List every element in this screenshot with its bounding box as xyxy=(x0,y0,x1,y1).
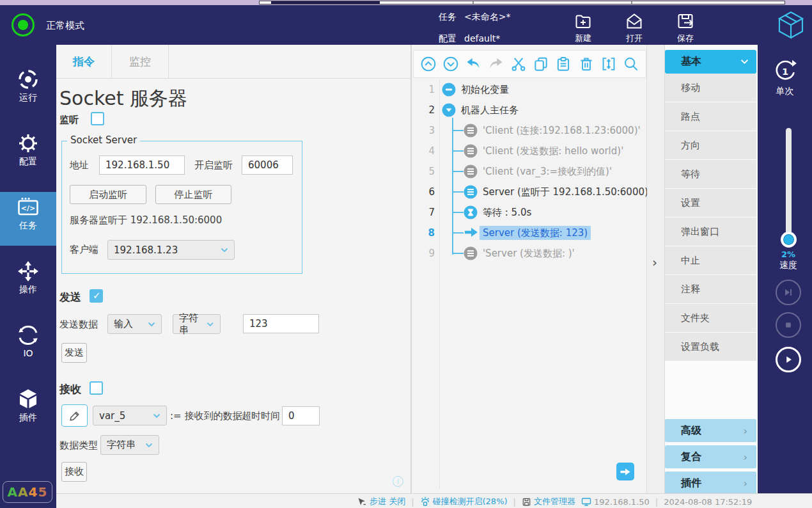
start-listen-button[interactable]: 启动监听 xyxy=(70,185,146,204)
move-up-icon[interactable] xyxy=(420,56,437,72)
copy-icon[interactable] xyxy=(533,56,549,72)
tab-monitor[interactable]: 监控 xyxy=(112,45,169,79)
minus-node-icon xyxy=(442,83,456,97)
tree-row[interactable]: 6Server (监听于 192.168.1.50:6000) xyxy=(412,182,648,202)
listen-checkbox[interactable] xyxy=(91,112,104,125)
line-number: 2 xyxy=(412,100,435,120)
arrow-node-icon xyxy=(464,226,478,240)
collision-status[interactable]: 碰撞检测开启(28%) xyxy=(420,496,508,507)
delete-icon[interactable] xyxy=(578,56,595,72)
save-task-icon xyxy=(665,12,706,31)
send-value-input[interactable] xyxy=(243,314,319,333)
palette-item[interactable]: 移动 xyxy=(665,74,756,102)
palette-item[interactable]: 弹出窗口 xyxy=(665,218,756,246)
sidebar-item-task[interactable]: </>任务 xyxy=(0,192,56,246)
file-manager-link[interactable]: 文件管理器 xyxy=(522,496,575,507)
receive-button[interactable]: 接收 xyxy=(61,462,87,482)
palette-group[interactable]: 插件› xyxy=(665,472,756,495)
tab-instruction[interactable]: 指令 xyxy=(56,45,112,79)
cut-icon[interactable] xyxy=(510,56,527,72)
timeout-label: 超时时间 xyxy=(242,410,280,422)
single-run-toggle[interactable]: 1 单次 xyxy=(758,58,812,97)
palette-group[interactable]: 复合› xyxy=(665,445,756,468)
redo-icon[interactable] xyxy=(488,56,504,72)
new-task-button[interactable]: 新建 xyxy=(563,12,604,44)
sidebar-item-io[interactable]: IO xyxy=(0,320,56,374)
tree-row-label: 'Client (var_3:=接收到的值)' xyxy=(483,164,612,179)
stop-listen-button[interactable]: 停止监听 xyxy=(155,185,231,204)
sidebar-item-run[interactable]: 运行 xyxy=(0,64,56,118)
chevron-down-icon xyxy=(145,443,153,448)
tree-row[interactable]: 9'Server (发送数据: )' xyxy=(412,243,648,264)
client-select[interactable]: 192.168.1.23 xyxy=(107,240,235,260)
timeout-input[interactable] xyxy=(282,406,320,425)
insert-icon[interactable] xyxy=(600,56,617,72)
sidebar-item-config[interactable]: 配置 xyxy=(0,128,56,182)
send-button[interactable]: 发送 xyxy=(61,343,87,363)
speed-slider-track[interactable] xyxy=(786,128,792,242)
tree-row[interactable]: 8Server (发送数据: 123) xyxy=(412,223,648,243)
move-down-icon[interactable] xyxy=(442,56,459,72)
step-button[interactable] xyxy=(776,280,801,305)
line-number: 8 xyxy=(412,223,435,243)
send-source-select[interactable]: 输入 xyxy=(107,314,162,334)
stop-button[interactable] xyxy=(776,312,801,338)
palette-item[interactable]: 中止 xyxy=(665,246,756,274)
run-control-strip: 1 单次 2% 速度 xyxy=(758,45,812,493)
receive-datatype-select[interactable]: 字符串 xyxy=(100,435,159,455)
palette-item[interactable]: 文件夹 xyxy=(665,304,756,332)
tree-row[interactable]: 1初始化变量 xyxy=(412,79,648,100)
top-edge-selection xyxy=(271,1,380,4)
open-task-button[interactable]: 打开 xyxy=(614,12,655,44)
receive-variable-select[interactable]: var_5 xyxy=(93,406,167,425)
palette-group-basic[interactable]: 基本 xyxy=(665,50,756,74)
clock: 2024-08-08 17:52:19 xyxy=(664,497,752,507)
app-window: 正常模式 任务<未命名>* 配置default* 新建打开保存 运行配置</>任… xyxy=(0,0,812,508)
robot-id-badge[interactable]: AA45 xyxy=(3,481,52,503)
save-task-button[interactable]: 保存 xyxy=(665,12,706,44)
info-icon[interactable]: i xyxy=(393,476,403,487)
header-action-label: 打开 xyxy=(614,33,655,44)
top-edge-strip xyxy=(0,0,812,5)
tree-row[interactable]: 5'Client (var_3:=接收到的值)' xyxy=(412,161,648,182)
step-mode-status[interactable]: 步进 关闭 xyxy=(357,496,405,507)
undo-icon[interactable] xyxy=(465,56,481,72)
sidebar-item-plugin[interactable]: 插件 xyxy=(0,384,56,438)
receive-checkbox[interactable] xyxy=(90,381,103,395)
palette-group[interactable]: 高级› xyxy=(665,419,756,442)
command-palette: 基本 移动路点方向等待设置弹出窗口中止注释文件夹设置负载 高级›复合›插件› xyxy=(665,45,758,493)
sidebar-item-operate[interactable]: 操作 xyxy=(0,256,56,310)
badge-char: 4 xyxy=(29,484,38,500)
palette-group-label: 复合 xyxy=(681,450,701,464)
sidebar-item-label: 运行 xyxy=(0,92,56,104)
tree-row-label: 等待 : 5.0s xyxy=(483,205,531,219)
palette-item[interactable]: 方向 xyxy=(665,131,756,159)
palette-item[interactable]: 等待 xyxy=(665,160,756,188)
address-input[interactable] xyxy=(99,155,185,175)
instruction-form-panel: 指令 监控 Socket 服务器 监听 Socket Server 地址 开启监… xyxy=(56,45,411,493)
run-pointer-button[interactable] xyxy=(616,463,634,480)
palette-item[interactable]: 设置负载 xyxy=(665,333,756,361)
palette-item[interactable]: 注释 xyxy=(665,275,756,303)
play-button[interactable] xyxy=(776,347,801,372)
tree-row-label: Server (发送数据: 123) xyxy=(480,226,591,240)
monitor-icon xyxy=(581,496,591,507)
tree-row[interactable]: 7等待 : 5.0s xyxy=(412,202,648,223)
speed-slider-knob[interactable] xyxy=(781,232,797,248)
status-bar: 步进 关闭 | 碰撞检测开启(28%) | 文件管理器 192.168.1.50… xyxy=(56,493,812,508)
panel-splitter[interactable]: › xyxy=(647,45,665,493)
tree-row-label: 'Server (发送数据: )' xyxy=(483,246,575,260)
palette-item[interactable]: 设置 xyxy=(665,189,756,217)
edit-variable-button[interactable] xyxy=(61,404,88,427)
tree-row[interactable]: 2机器人主任务 xyxy=(412,100,648,120)
paste-icon[interactable] xyxy=(555,56,572,72)
tree-row[interactable]: 3'Client (连接:192.168.1.23:6000)' xyxy=(412,120,648,141)
tree-row[interactable]: 4'Client (发送数据: hello world)' xyxy=(412,141,648,161)
search-icon[interactable] xyxy=(623,56,639,72)
svg-text:1: 1 xyxy=(781,66,788,77)
send-type-select[interactable]: 字符串 xyxy=(173,314,221,334)
palette-item[interactable]: 路点 xyxy=(665,102,756,131)
arrow-right-icon xyxy=(620,467,631,477)
send-checkbox[interactable] xyxy=(90,289,103,303)
port-input[interactable] xyxy=(242,155,293,175)
